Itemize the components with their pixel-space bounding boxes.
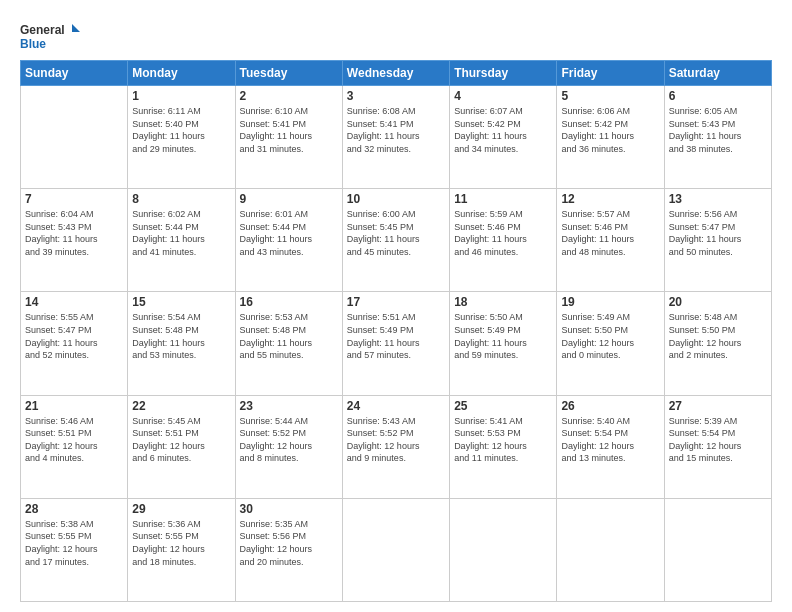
calendar-cell: 18Sunrise: 5:50 AM Sunset: 5:49 PM Dayli…	[450, 292, 557, 395]
weekday-header-sunday: Sunday	[21, 61, 128, 86]
calendar-cell	[664, 498, 771, 601]
day-number: 1	[132, 89, 230, 103]
calendar-cell: 9Sunrise: 6:01 AM Sunset: 5:44 PM Daylig…	[235, 189, 342, 292]
day-info: Sunrise: 5:50 AM Sunset: 5:49 PM Dayligh…	[454, 311, 552, 361]
weekday-header-friday: Friday	[557, 61, 664, 86]
calendar-cell: 8Sunrise: 6:02 AM Sunset: 5:44 PM Daylig…	[128, 189, 235, 292]
day-number: 24	[347, 399, 445, 413]
weekday-header-thursday: Thursday	[450, 61, 557, 86]
calendar-cell	[557, 498, 664, 601]
day-number: 5	[561, 89, 659, 103]
day-info: Sunrise: 6:02 AM Sunset: 5:44 PM Dayligh…	[132, 208, 230, 258]
day-info: Sunrise: 6:06 AM Sunset: 5:42 PM Dayligh…	[561, 105, 659, 155]
day-number: 8	[132, 192, 230, 206]
day-number: 29	[132, 502, 230, 516]
logo-svg: General Blue	[20, 18, 80, 54]
header: General Blue	[20, 18, 772, 54]
day-number: 27	[669, 399, 767, 413]
calendar-cell: 6Sunrise: 6:05 AM Sunset: 5:43 PM Daylig…	[664, 86, 771, 189]
day-number: 20	[669, 295, 767, 309]
weekday-header-monday: Monday	[128, 61, 235, 86]
day-number: 6	[669, 89, 767, 103]
day-info: Sunrise: 5:51 AM Sunset: 5:49 PM Dayligh…	[347, 311, 445, 361]
weekday-header-row: SundayMondayTuesdayWednesdayThursdayFrid…	[21, 61, 772, 86]
day-info: Sunrise: 6:11 AM Sunset: 5:40 PM Dayligh…	[132, 105, 230, 155]
calendar-cell	[450, 498, 557, 601]
day-info: Sunrise: 6:00 AM Sunset: 5:45 PM Dayligh…	[347, 208, 445, 258]
day-info: Sunrise: 5:39 AM Sunset: 5:54 PM Dayligh…	[669, 415, 767, 465]
day-info: Sunrise: 6:05 AM Sunset: 5:43 PM Dayligh…	[669, 105, 767, 155]
calendar-cell	[342, 498, 449, 601]
day-info: Sunrise: 5:44 AM Sunset: 5:52 PM Dayligh…	[240, 415, 338, 465]
calendar-cell: 25Sunrise: 5:41 AM Sunset: 5:53 PM Dayli…	[450, 395, 557, 498]
calendar-cell: 16Sunrise: 5:53 AM Sunset: 5:48 PM Dayli…	[235, 292, 342, 395]
day-number: 12	[561, 192, 659, 206]
day-number: 11	[454, 192, 552, 206]
day-info: Sunrise: 6:01 AM Sunset: 5:44 PM Dayligh…	[240, 208, 338, 258]
week-row-1: 1Sunrise: 6:11 AM Sunset: 5:40 PM Daylig…	[21, 86, 772, 189]
calendar-cell: 11Sunrise: 5:59 AM Sunset: 5:46 PM Dayli…	[450, 189, 557, 292]
day-info: Sunrise: 5:41 AM Sunset: 5:53 PM Dayligh…	[454, 415, 552, 465]
day-number: 21	[25, 399, 123, 413]
calendar-cell: 13Sunrise: 5:56 AM Sunset: 5:47 PM Dayli…	[664, 189, 771, 292]
svg-marker-2	[72, 24, 80, 32]
calendar-cell: 4Sunrise: 6:07 AM Sunset: 5:42 PM Daylig…	[450, 86, 557, 189]
day-number: 17	[347, 295, 445, 309]
day-info: Sunrise: 5:59 AM Sunset: 5:46 PM Dayligh…	[454, 208, 552, 258]
day-number: 16	[240, 295, 338, 309]
day-info: Sunrise: 5:53 AM Sunset: 5:48 PM Dayligh…	[240, 311, 338, 361]
calendar-cell	[21, 86, 128, 189]
day-number: 26	[561, 399, 659, 413]
day-number: 3	[347, 89, 445, 103]
calendar-cell: 21Sunrise: 5:46 AM Sunset: 5:51 PM Dayli…	[21, 395, 128, 498]
calendar-cell: 27Sunrise: 5:39 AM Sunset: 5:54 PM Dayli…	[664, 395, 771, 498]
day-info: Sunrise: 5:48 AM Sunset: 5:50 PM Dayligh…	[669, 311, 767, 361]
calendar-cell: 30Sunrise: 5:35 AM Sunset: 5:56 PM Dayli…	[235, 498, 342, 601]
day-number: 22	[132, 399, 230, 413]
day-number: 14	[25, 295, 123, 309]
day-info: Sunrise: 5:46 AM Sunset: 5:51 PM Dayligh…	[25, 415, 123, 465]
calendar-cell: 28Sunrise: 5:38 AM Sunset: 5:55 PM Dayli…	[21, 498, 128, 601]
day-number: 28	[25, 502, 123, 516]
day-number: 19	[561, 295, 659, 309]
day-number: 15	[132, 295, 230, 309]
calendar-cell: 24Sunrise: 5:43 AM Sunset: 5:52 PM Dayli…	[342, 395, 449, 498]
calendar-cell: 26Sunrise: 5:40 AM Sunset: 5:54 PM Dayli…	[557, 395, 664, 498]
calendar-cell: 1Sunrise: 6:11 AM Sunset: 5:40 PM Daylig…	[128, 86, 235, 189]
day-number: 30	[240, 502, 338, 516]
day-number: 13	[669, 192, 767, 206]
weekday-header-saturday: Saturday	[664, 61, 771, 86]
calendar-cell: 12Sunrise: 5:57 AM Sunset: 5:46 PM Dayli…	[557, 189, 664, 292]
day-number: 18	[454, 295, 552, 309]
day-info: Sunrise: 5:57 AM Sunset: 5:46 PM Dayligh…	[561, 208, 659, 258]
day-info: Sunrise: 5:40 AM Sunset: 5:54 PM Dayligh…	[561, 415, 659, 465]
svg-text:Blue: Blue	[20, 37, 46, 51]
week-row-5: 28Sunrise: 5:38 AM Sunset: 5:55 PM Dayli…	[21, 498, 772, 601]
logo: General Blue	[20, 18, 80, 54]
day-info: Sunrise: 5:49 AM Sunset: 5:50 PM Dayligh…	[561, 311, 659, 361]
day-info: Sunrise: 5:54 AM Sunset: 5:48 PM Dayligh…	[132, 311, 230, 361]
weekday-header-tuesday: Tuesday	[235, 61, 342, 86]
day-info: Sunrise: 5:55 AM Sunset: 5:47 PM Dayligh…	[25, 311, 123, 361]
day-number: 7	[25, 192, 123, 206]
page: General Blue SundayMondayTuesdayWednesda…	[0, 0, 792, 612]
day-info: Sunrise: 6:04 AM Sunset: 5:43 PM Dayligh…	[25, 208, 123, 258]
calendar-cell: 5Sunrise: 6:06 AM Sunset: 5:42 PM Daylig…	[557, 86, 664, 189]
day-info: Sunrise: 5:43 AM Sunset: 5:52 PM Dayligh…	[347, 415, 445, 465]
calendar-cell: 17Sunrise: 5:51 AM Sunset: 5:49 PM Dayli…	[342, 292, 449, 395]
calendar-cell: 23Sunrise: 5:44 AM Sunset: 5:52 PM Dayli…	[235, 395, 342, 498]
calendar-cell: 14Sunrise: 5:55 AM Sunset: 5:47 PM Dayli…	[21, 292, 128, 395]
day-info: Sunrise: 5:38 AM Sunset: 5:55 PM Dayligh…	[25, 518, 123, 568]
day-info: Sunrise: 5:45 AM Sunset: 5:51 PM Dayligh…	[132, 415, 230, 465]
calendar-table: SundayMondayTuesdayWednesdayThursdayFrid…	[20, 60, 772, 602]
week-row-4: 21Sunrise: 5:46 AM Sunset: 5:51 PM Dayli…	[21, 395, 772, 498]
calendar-cell: 7Sunrise: 6:04 AM Sunset: 5:43 PM Daylig…	[21, 189, 128, 292]
week-row-3: 14Sunrise: 5:55 AM Sunset: 5:47 PM Dayli…	[21, 292, 772, 395]
day-number: 25	[454, 399, 552, 413]
calendar-cell: 29Sunrise: 5:36 AM Sunset: 5:55 PM Dayli…	[128, 498, 235, 601]
day-number: 2	[240, 89, 338, 103]
weekday-header-wednesday: Wednesday	[342, 61, 449, 86]
day-info: Sunrise: 5:35 AM Sunset: 5:56 PM Dayligh…	[240, 518, 338, 568]
day-number: 23	[240, 399, 338, 413]
day-info: Sunrise: 5:36 AM Sunset: 5:55 PM Dayligh…	[132, 518, 230, 568]
